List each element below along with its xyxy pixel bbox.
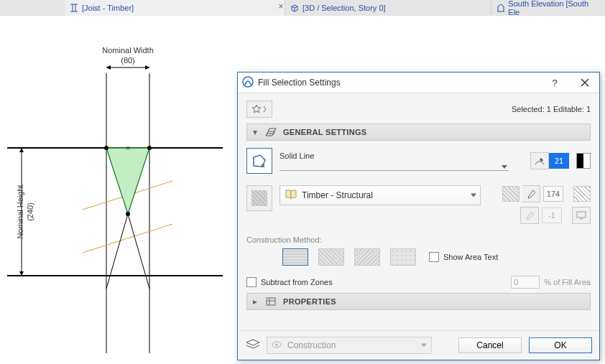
pen-bg-input[interactable] <box>543 186 563 202</box>
subtract-from-zones-checkbox[interactable]: Subtract from Zones <box>246 277 333 287</box>
layer-icon <box>245 339 261 353</box>
svg-point-15 <box>243 77 253 87</box>
pen-disabled-input <box>542 207 562 223</box>
svg-line-7 <box>106 214 128 289</box>
tab-south-elevation[interactable]: South Elevation [South Ele <box>491 0 605 16</box>
material-label: Timber - Structural <box>302 190 373 200</box>
dialog-close-button[interactable] <box>573 75 596 90</box>
section-general-settings[interactable]: ▾ GENERAL SETTINGS <box>246 123 591 141</box>
cm-option-4[interactable] <box>390 248 416 266</box>
help-button[interactable]: ? <box>543 75 566 90</box>
svg-marker-6 <box>106 148 149 214</box>
section-title: GENERAL SETTINGS <box>283 128 366 136</box>
properties-icon <box>264 297 277 306</box>
layer-name: Construction <box>287 340 336 350</box>
line-type-label: Solid Line <box>280 151 509 160</box>
construction-method-label: Construction Method: <box>246 235 591 244</box>
tab-joist-timber[interactable]: [Joist - Timber] × <box>65 0 285 16</box>
joist-icon <box>69 3 79 13</box>
svg-line-5 <box>83 224 172 253</box>
pen-fg-input[interactable] <box>549 153 569 169</box>
tab-label: [Joist - Timber] <box>82 4 134 12</box>
svg-rect-20 <box>267 298 275 305</box>
svg-line-8 <box>128 214 149 289</box>
tab-label: South Elevation [South Ele <box>508 0 598 17</box>
pen-bg-icon <box>522 185 540 202</box>
disclosure-down-icon: ▾ <box>251 127 259 137</box>
fill-icon <box>264 128 277 136</box>
dialog-titlebar[interactable]: Fill Selection Settings ? <box>238 73 599 93</box>
dim-width-label: Nominal Width <box>102 46 154 55</box>
ok-button[interactable]: OK <box>529 337 592 353</box>
subtract-label: Subtract from Zones <box>261 278 333 286</box>
eye-icon <box>272 340 282 350</box>
fill-selection-settings-dialog: Fill Selection Settings ? Selected: 1 Ed… <box>237 72 600 360</box>
archicad-icon <box>242 76 254 90</box>
line-type-dropdown[interactable]: Solid Line <box>280 151 509 171</box>
fill-bg-pattern-button[interactable] <box>573 186 591 202</box>
app-tab-bar: [Joist - Timber] × [3D / Selection, Stor… <box>0 0 605 17</box>
tab-3d-selection[interactable]: [3D / Selection, Story 0] <box>285 0 491 16</box>
section-title: PROPERTIES <box>283 297 336 306</box>
pen-icon <box>530 152 549 169</box>
selection-status: Selected: 1 Editable: 1 <box>512 105 591 113</box>
disclosure-right-icon: ▸ <box>251 297 259 307</box>
dim-width-value: (80) <box>121 56 135 65</box>
screen-icon[interactable] <box>572 207 591 224</box>
show-area-text-label: Show Area Text <box>443 253 498 261</box>
show-area-text-checkbox[interactable]: Show Area Text <box>429 252 498 262</box>
fill-pattern-button[interactable] <box>246 185 272 211</box>
dialog-title: Fill Selection Settings <box>258 78 341 88</box>
svg-point-11 <box>126 212 130 216</box>
close-icon[interactable]: × <box>276 1 286 11</box>
dim-height-value: (240) <box>26 202 34 221</box>
tab-label: [3D / Selection, Story 0] <box>302 4 386 12</box>
favorites-button[interactable] <box>246 101 272 118</box>
layer-combo[interactable]: Construction <box>267 337 432 354</box>
cm-option-2[interactable] <box>318 248 344 266</box>
cm-option-1[interactable] <box>282 248 308 266</box>
svg-point-10 <box>147 146 152 150</box>
pen-disabled-icon <box>520 207 539 224</box>
svg-point-24 <box>276 344 278 346</box>
building-material-dropdown[interactable]: Timber - Structural <box>280 185 481 205</box>
section-properties[interactable]: ▸ PROPERTIES <box>246 293 591 310</box>
cm-option-3[interactable] <box>354 248 380 266</box>
fill-fg-pattern-button[interactable] <box>502 186 519 202</box>
cancel-button[interactable]: Cancel <box>458 337 522 353</box>
dim-height-label: Nominal Height <box>16 185 24 238</box>
svg-point-9 <box>104 146 108 150</box>
svg-text:×: × <box>126 144 130 152</box>
pen-picker-fg[interactable] <box>530 152 569 169</box>
fill-geometry-button[interactable] <box>246 148 272 174</box>
fill-area-pct-input <box>511 276 540 289</box>
cube-icon <box>290 3 300 13</box>
material-icon <box>285 188 297 203</box>
pen-color-swatch[interactable] <box>576 153 591 169</box>
fill-area-label: % of Fill Area <box>544 278 591 286</box>
elevation-icon <box>496 3 505 13</box>
svg-rect-18 <box>577 212 586 218</box>
